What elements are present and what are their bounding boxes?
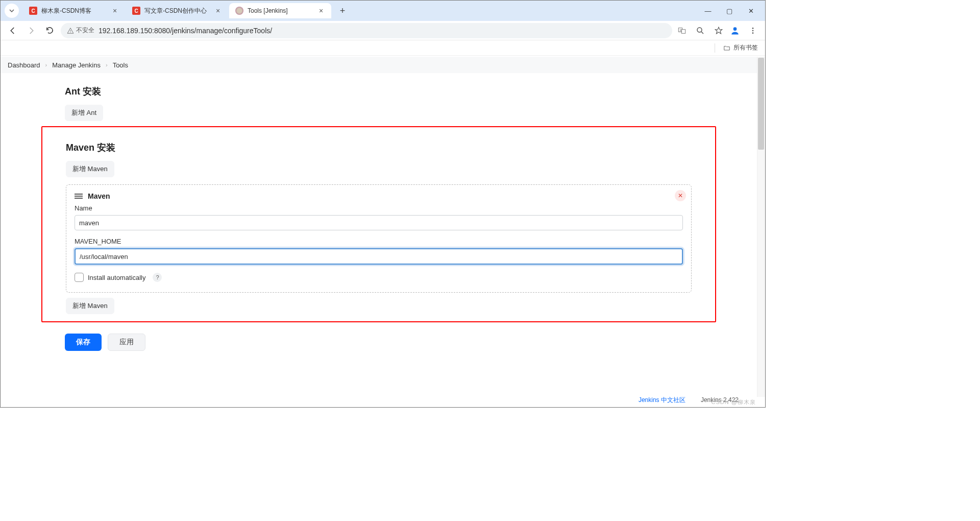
close-icon[interactable]: × [111,7,119,15]
url-text: 192.168.189.150:8080/jenkins/manage/conf… [99,27,666,35]
save-button[interactable]: 保存 [65,334,102,351]
ant-section-title: Ant 安装 [65,85,716,98]
window-controls: — ▢ ✕ [702,1,763,21]
maven-installation-block: ✕ Maven Name MAVEN_HOME Inst [66,184,692,293]
browser-menu-button[interactable] [746,23,760,38]
maximize-button[interactable]: ▢ [723,7,736,15]
svg-point-10 [752,32,754,34]
tab-title: Tools [Jenkins] [248,7,317,14]
csdn-icon: C [132,7,140,15]
svg-point-8 [752,28,754,29]
maven-highlight-box: Maven 安装 新增 Maven ✕ Maven Name MAVEN_HOM… [41,126,716,322]
add-maven-button-bottom[interactable]: 新增 Maven [66,298,114,314]
maven-home-input[interactable] [75,248,683,265]
svg-line-6 [701,32,703,34]
maven-name-label: Name [75,204,683,212]
security-indicator[interactable]: 不安全 [67,26,94,35]
svg-text:文: 文 [679,28,682,31]
breadcrumb-dashboard[interactable]: Dashboard [8,61,40,69]
scrollbar[interactable] [757,57,765,397]
profile-avatar[interactable] [728,24,742,37]
maven-name-input[interactable] [75,215,683,230]
install-automatically-checkbox[interactable] [75,273,84,282]
svg-point-9 [752,30,754,31]
apply-button[interactable]: 应用 [108,334,145,351]
tab-title: 写文章-CSDN创作中心 [144,7,214,15]
security-label: 不安全 [76,26,94,35]
breadcrumb: Dashboard › Manage Jenkins › Tools [1,57,757,73]
bookmarks-bar: 所有书签 [1,40,765,56]
warning-icon [67,27,74,34]
install-automatically-label: Install automatically [88,274,145,281]
address-bar-row: 不安全 192.168.189.150:8080/jenkins/manage/… [1,21,765,40]
minimize-button[interactable]: — [702,7,714,15]
jenkins-community-link[interactable]: Jenkins 中文社区 [639,396,685,405]
svg-rect-3 [681,29,685,33]
breadcrumb-tools[interactable]: Tools [113,61,128,69]
add-ant-button[interactable]: 新增 Ant [65,105,103,121]
close-icon[interactable]: × [214,7,222,15]
add-maven-button-top[interactable]: 新增 Maven [66,161,114,177]
new-tab-button[interactable]: + [335,4,350,18]
jenkins-icon [235,7,243,15]
back-button[interactable] [6,23,20,38]
svg-point-5 [697,28,702,32]
reload-button[interactable] [42,23,57,38]
chevron-right-icon: › [106,62,108,68]
maven-section-title: Maven 安装 [66,141,715,154]
address-bar[interactable]: 不安全 192.168.189.150:8080/jenkins/manage/… [61,23,672,38]
svg-point-1 [70,32,70,32]
maven-block-title: Maven [88,192,110,200]
tab-history-dropdown[interactable] [5,4,19,18]
maven-home-label: MAVEN_HOME [75,238,683,245]
breadcrumb-manage-jenkins[interactable]: Manage Jenkins [52,61,101,69]
watermark: CSDN @柳木泉 [712,398,756,406]
browser-tab-2[interactable]: Tools [Jenkins] × [229,3,331,18]
svg-point-7 [733,27,737,31]
browser-tab-1[interactable]: C 写文章-CSDN创作中心 × [126,3,228,18]
scrollbar-thumb[interactable] [758,58,764,150]
zoom-icon[interactable] [695,25,706,36]
help-icon[interactable]: ? [153,273,162,282]
csdn-icon: C [29,7,37,15]
folder-icon [723,44,730,52]
close-icon[interactable]: × [317,7,325,15]
tab-strip: C 柳木泉-CSDN博客 × C 写文章-CSDN创作中心 × Tools [J… [1,1,765,21]
all-bookmarks-link[interactable]: 所有书签 [733,43,758,52]
remove-maven-button[interactable]: ✕ [675,190,686,201]
divider [715,43,715,53]
browser-tab-0[interactable]: C 柳木泉-CSDN博客 × [23,3,125,18]
jenkins-footer: Jenkins 中文社区 Jenkins 2.422 [1,393,749,407]
close-window-button[interactable]: ✕ [745,7,757,15]
bookmark-star-icon[interactable] [713,25,724,36]
tab-title: 柳木泉-CSDN博客 [41,7,111,15]
translate-icon[interactable]: 文 [676,25,688,36]
chevron-right-icon: › [45,62,47,68]
forward-button[interactable] [24,23,38,38]
drag-handle-icon[interactable] [75,194,83,199]
